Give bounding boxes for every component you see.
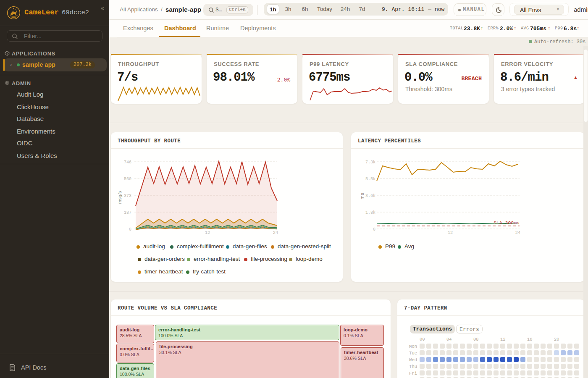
svg-text:1.8k: 1.8k [365, 210, 375, 215]
svg-text:12: 12 [205, 230, 210, 235]
svg-text:373: 373 [124, 194, 131, 198]
svg-text:3.6k: 3.6k [365, 194, 375, 198]
svg-text:746: 746 [124, 160, 131, 165]
svg-text:5.5k: 5.5k [365, 177, 375, 181]
svg-text:560: 560 [124, 177, 131, 181]
svg-text:ms: ms [360, 193, 365, 200]
svg-text:24: 24 [515, 230, 521, 235]
svg-text:187: 187 [124, 210, 131, 215]
svg-text:7.3k: 7.3k [365, 160, 375, 165]
svg-text:0: 0 [129, 227, 131, 232]
svg-text:24: 24 [273, 230, 278, 235]
svg-text:msg/s: msg/s [117, 191, 122, 204]
svg-text:SLA 300ms: SLA 300ms [494, 220, 520, 226]
svg-text:0: 0 [373, 227, 375, 232]
svg-text:12: 12 [448, 230, 453, 235]
